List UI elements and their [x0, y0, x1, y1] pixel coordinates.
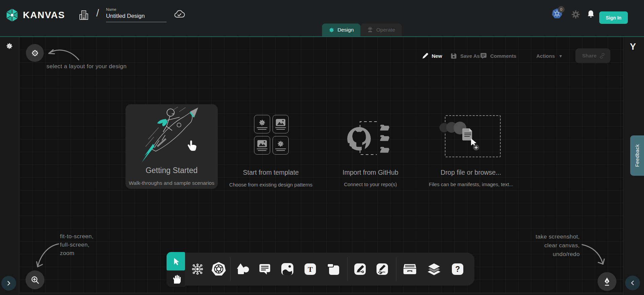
note-tool-button[interactable] [326, 263, 340, 276]
layout-hint-text: select a layout for your design [46, 63, 127, 70]
card-subtitle: Choose from existing design patterns [219, 182, 323, 187]
pointer-tool-group [167, 252, 185, 287]
archive-tool-button[interactable] [402, 263, 417, 276]
tab-design-label: Design [337, 27, 354, 33]
tab-operate[interactable]: Operate [360, 24, 402, 36]
cloud-sync-icon[interactable] [174, 9, 185, 20]
mode-tabs: Design Operate [322, 24, 402, 36]
image-icon [281, 262, 294, 276]
pen-tool-button[interactable] [354, 263, 366, 276]
component-tool-button[interactable] [191, 262, 204, 276]
card-subtitle: Files can be manifests, images, text... [424, 181, 518, 187]
rocket-doodle [139, 107, 205, 165]
toolbar-divider [347, 257, 348, 281]
comments-button[interactable]: Comments [480, 48, 516, 63]
pan-hand-icon [171, 274, 181, 284]
save-as-button[interactable]: Save As [450, 48, 480, 63]
screenshot-hint-arrow [579, 241, 610, 269]
design-swirl-icon [329, 27, 334, 33]
settings-gear-icon[interactable] [571, 10, 580, 20]
collapse-right-panel-button[interactable] [625, 276, 640, 290]
layers-icon [427, 262, 441, 276]
save-as-label: Save As [460, 53, 480, 59]
notifications-bell-icon[interactable] [587, 10, 595, 20]
tab-design[interactable]: Design [322, 24, 360, 36]
image-tool-button[interactable] [281, 262, 294, 276]
canvas-utilities-button[interactable] [598, 272, 616, 291]
card-title: Drop file or browse... [435, 169, 507, 176]
help-question-icon: ? [451, 263, 464, 276]
component-chip-icon [191, 262, 204, 276]
new-design-button[interactable]: New [422, 48, 442, 63]
layers-tool-button[interactable] [427, 262, 441, 276]
select-tool-button[interactable] [167, 252, 185, 270]
brand-wordmark: KANVAS [23, 10, 65, 20]
layout-picker-button[interactable] [26, 44, 44, 62]
pencil-scribble-icon [376, 263, 389, 276]
caliper-tool-icon[interactable]: Y [630, 42, 636, 52]
kubernetes-helm-icon [211, 262, 226, 277]
archive-drawer-icon [402, 263, 417, 276]
shapes-icon [236, 263, 250, 276]
text-tool-button[interactable]: T [304, 263, 317, 276]
shapes-tool-button[interactable] [236, 263, 250, 276]
comment-tool-button[interactable] [258, 263, 271, 275]
screenshot-hint-text: take screenshot, clear canvas, undo/redo [527, 233, 580, 259]
brand: KANVAS [5, 0, 65, 30]
card-title: Getting Started [126, 166, 218, 175]
template-thumb [273, 136, 289, 155]
share-button[interactable]: Share [575, 48, 610, 63]
card-subtitle: Walk-throughs and sample scenarios [126, 180, 218, 186]
card-import-github[interactable] [345, 119, 395, 161]
kanvas-logo-icon [5, 8, 20, 23]
help-tool-button[interactable]: ? [451, 263, 464, 276]
pencil-new-icon [422, 52, 429, 59]
rail-swirl-logo-icon [6, 42, 13, 50]
pen-icon [354, 263, 366, 276]
kubernetes-tool-button[interactable] [211, 262, 226, 277]
comments-icon [480, 52, 487, 59]
actions-label: Actions [536, 53, 555, 59]
tab-operate-label: Operate [376, 27, 395, 33]
zoom-controls-button[interactable] [26, 270, 44, 289]
zoom-hint-text: fit-to-screen, full-screen, zoom [60, 232, 94, 257]
card-start-from-template[interactable] [254, 115, 289, 155]
feedback-label: Feedback [635, 144, 640, 167]
design-name-label: Name [106, 7, 167, 11]
credits-badge: 0 [558, 6, 565, 13]
card-title: Start from template [226, 169, 316, 176]
pan-tool-button[interactable] [167, 271, 185, 286]
comments-label: Comments [490, 53, 516, 59]
design-name-input[interactable] [106, 11, 167, 22]
template-thumb [254, 136, 270, 155]
app-header: KANVAS / Name Design [0, 0, 644, 36]
svg-text:T: T [308, 265, 313, 273]
text-icon: T [304, 263, 317, 276]
card-getting-started[interactable]: Getting Started Walk-throughs and sample… [126, 104, 218, 189]
card-subtitle: Connect to your repo(s) [340, 181, 401, 187]
organization-icon[interactable] [78, 9, 89, 22]
design-name-field: Name [106, 7, 167, 22]
kubernetes-credits-button[interactable]: 0 [552, 8, 563, 20]
sticky-note-icon [326, 263, 340, 276]
actions-dropdown[interactable]: Actions ▾ [536, 48, 562, 63]
pen-nib-icon [603, 277, 611, 286]
chevron-down-icon: ▾ [560, 53, 562, 58]
save-floppy-icon [450, 52, 457, 59]
sign-in-label: Sign In [606, 15, 621, 20]
expand-left-panel-button[interactable] [1, 276, 16, 291]
feedback-tab[interactable]: Feedback [630, 135, 644, 176]
breadcrumb-separator: / [96, 7, 99, 19]
sign-in-button[interactable]: Sign In [599, 11, 628, 24]
layout-flower-icon [31, 49, 39, 57]
zoom-hint-arrow [31, 241, 61, 271]
select-cursor-icon [172, 257, 180, 266]
canvas-toolbar: T [185, 253, 474, 286]
template-thumb [254, 115, 270, 133]
layout-hint-arrow [45, 44, 80, 65]
card-drop-file[interactable] [445, 115, 501, 157]
share-label: Share [582, 53, 597, 59]
pencil-scribble-tool-button[interactable] [376, 263, 389, 276]
hand-cursor-icon [187, 139, 198, 151]
canvas-workspace: select a layout for your design New Save… [0, 36, 644, 295]
